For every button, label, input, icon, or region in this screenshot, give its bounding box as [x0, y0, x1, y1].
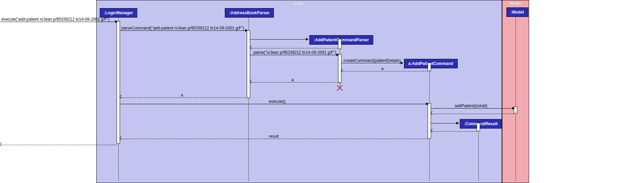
participant-command-result: :CommandResult [460, 119, 502, 129]
msg-label: execute("add-patient n/Jean p/95339212 b… [1, 17, 110, 22]
msg-return-command-result [431, 128, 477, 133]
msg-new-parser [250, 36, 309, 41]
lifeline-command-result [478, 128, 479, 181]
msg-parse-command: parseCommand("add-patient n/Jean p/95339… [120, 27, 248, 32]
msg-label: a [291, 77, 294, 82]
activation-parser-parse [338, 54, 341, 83]
msg-return-a-1: a [341, 68, 428, 72]
msg-execute: execute() [120, 100, 429, 105]
participant-address-book-parser: :AddressBookParser [225, 8, 274, 18]
msg-return-a-2: a [250, 79, 338, 84]
msg-parse: parse("n/Jean p/95339212 b/14-09-2001 g/… [250, 51, 340, 56]
activation-address-book-parser [247, 30, 250, 98]
msg-label: a [181, 93, 183, 97]
msg-label: execute() [269, 99, 286, 104]
msg-return-parser [250, 45, 338, 49]
msg-new-command-result [431, 120, 460, 124]
region-logic-label: Logic [294, 1, 305, 6]
activation-logic-manager [117, 21, 120, 144]
activation-parser-create [338, 39, 341, 49]
msg-return-model [431, 110, 514, 115]
msg-add-patient: addPatient(toAdd) [431, 105, 516, 110]
participant-logic-manager: :LogicManager [100, 8, 137, 18]
activation-command-result [477, 123, 480, 131]
lifeline-model [516, 16, 516, 181]
region-model-label: Model [510, 1, 522, 6]
msg-label: createCommand(patientDetails) [343, 58, 401, 63]
msg-label: parse("n/Jean p/95339212 b/14-09-2001 g/… [254, 50, 336, 55]
activation-add-patient-command-exec [428, 103, 431, 139]
msg-label: result [269, 134, 279, 139]
sequence-diagram: Logic Model :LogicManager :AddressBookPa… [0, 0, 644, 183]
msg-create-command: createCommand(patientDetails) [341, 60, 404, 64]
msg-label: addPatient(toAdd) [455, 104, 487, 108]
destroy-icon [337, 85, 343, 91]
msg-result: result [120, 135, 428, 140]
msg-return-a-3: a [120, 94, 247, 99]
msg-label: a [381, 66, 384, 71]
msg-execute-patient: execute("add-patient n/Jean p/95339212 b… [0, 18, 118, 23]
participant-model: :Model [506, 7, 528, 17]
msg-final-return [0, 141, 117, 146]
activation-add-patient-command-new [428, 63, 431, 71]
msg-label: parseCommand("add-patient n/Jean p/95339… [121, 26, 244, 30]
